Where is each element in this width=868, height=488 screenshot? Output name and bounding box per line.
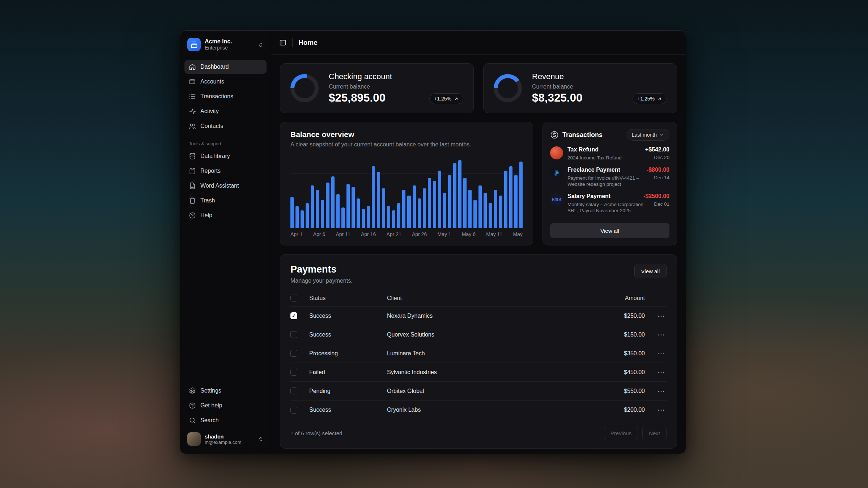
column-header-client: Client — [387, 295, 587, 301]
chart-bar — [352, 187, 355, 228]
chart-bar — [372, 166, 375, 228]
row-checkbox[interactable] — [290, 407, 297, 414]
chart-bar — [407, 196, 410, 228]
sidebar-item-label: Search — [200, 417, 219, 424]
chart-bar — [402, 190, 405, 228]
chart-bar — [382, 188, 385, 228]
transaction-item[interactable]: Tax Refund +$542.00 2024 Income Tax Refu… — [550, 146, 669, 161]
row-checkbox[interactable]: ✓ — [290, 312, 297, 319]
sidebar-item-get-help[interactable]: Get help — [184, 399, 267, 412]
balance-overview-card: Balance overview A clear snapshot of you… — [280, 122, 533, 245]
row-menu-button[interactable]: ⋯ — [645, 406, 667, 414]
table-row[interactable]: Failed Sylvantic Industries $450.00 ⋯ — [290, 363, 667, 382]
pagination: Previous Next — [604, 426, 667, 440]
transactions-filter-dropdown[interactable]: Last month — [627, 129, 669, 141]
row-menu-button[interactable]: ⋯ — [645, 387, 667, 395]
row-status: Success — [309, 407, 387, 413]
topbar: Home — [271, 31, 686, 55]
sidebar-item-trash[interactable]: Trash — [184, 194, 267, 207]
sidebar-item-reports[interactable]: Reports — [184, 164, 267, 178]
user-menu[interactable]: shadcn m@example.com — [184, 429, 267, 449]
transaction-name: Tax Refund — [567, 146, 599, 153]
sidebar-item-word-assistant[interactable]: Word Assistant — [184, 179, 267, 193]
sidebar-item-dashboard[interactable]: Dashboard — [184, 60, 267, 74]
sidebar-item-search[interactable]: Search — [184, 414, 267, 427]
gear-icon — [189, 387, 196, 394]
row-menu-button[interactable]: ⋯ — [645, 330, 667, 339]
content: Checking account Current balance $25,895… — [271, 55, 686, 454]
previous-page-button[interactable]: Previous — [604, 426, 638, 440]
transaction-date: Dec 20 — [654, 155, 669, 161]
sidebar: Acme Inc. Enterprise Dashboard Accounts … — [180, 31, 271, 454]
sidebar-item-settings[interactable]: Settings — [184, 384, 267, 398]
payments-table: Status Client Amount ✓ Success Nexara Dy… — [290, 290, 667, 419]
transaction-amount: -$2500.00 — [643, 193, 669, 200]
chart-bar — [519, 162, 523, 228]
chart-bar — [423, 188, 426, 228]
circle-dollar-icon — [550, 130, 559, 139]
sidebar-item-label: Activity — [200, 108, 219, 115]
org-meta: Acme Inc. Enterprise — [205, 38, 254, 51]
revenue-card: Revenue Current balance $8,325.00 +1.25% — [483, 63, 677, 113]
sidebar-item-label: Reports — [200, 168, 221, 174]
checking-account-card: Checking account Current balance $25,895… — [280, 63, 474, 113]
sidebar-item-transactions[interactable]: Transactions — [184, 90, 267, 103]
sidebar-item-accounts[interactable]: Accounts — [184, 75, 267, 89]
row-checkbox[interactable] — [290, 350, 297, 357]
sidebar-nav: Dashboard Accounts Transactions Activity… — [184, 60, 267, 133]
payments-heading: Payments Manage your payments. — [290, 264, 353, 284]
transactions-view-all-button[interactable]: View all — [550, 223, 669, 238]
row-checkbox[interactable] — [290, 369, 297, 376]
chart-bar — [499, 196, 502, 228]
org-switcher[interactable]: Acme Inc. Enterprise — [184, 36, 267, 53]
transaction-item[interactable]: VISA Salary Payment -$2500.00 Monthly sa… — [550, 193, 669, 214]
row-status: Processing — [309, 350, 387, 357]
row-amount: $450.00 — [587, 369, 645, 376]
transactions-card: Transactions Last month Tax Refund — [542, 122, 677, 245]
row-menu-button[interactable]: ⋯ — [645, 349, 667, 358]
transactions-title: Transactions — [562, 131, 623, 139]
transaction-item[interactable]: Freelance Payment -$800.00 Payment for I… — [550, 167, 669, 188]
sidebar-item-activity[interactable]: Activity — [184, 104, 267, 118]
chart-bar — [326, 183, 329, 228]
stat-value: $8,325.00 — [532, 91, 583, 104]
stat-title: Checking account — [329, 72, 392, 81]
payments-view-all-button[interactable]: View all — [634, 264, 667, 278]
table-row[interactable]: Success Quorvex Solutions $150.00 ⋯ — [290, 325, 667, 344]
sidebar-item-help[interactable]: Help — [184, 209, 267, 222]
sidebar-item-label: Accounts — [200, 78, 224, 85]
row-menu-button[interactable]: ⋯ — [645, 368, 667, 377]
chart-bar — [478, 185, 482, 228]
row-client: Sylvantic Industries — [387, 369, 587, 376]
stat-value: $25,895.00 — [329, 91, 392, 104]
main-area: Home Checking account Current balance $2… — [271, 31, 686, 454]
table-row[interactable]: ✓ Success Nexara Dynamics $250.00 ⋯ — [290, 307, 667, 325]
select-all-checkbox[interactable] — [290, 295, 297, 301]
sidebar-item-data-library[interactable]: Data library — [184, 149, 267, 163]
payments-title: Payments — [290, 264, 353, 275]
transaction-date: Dec 01 — [654, 201, 669, 214]
chart-bar — [321, 200, 324, 228]
filter-value: Last month — [632, 132, 657, 138]
row-checkbox[interactable] — [290, 388, 297, 394]
chart-bar — [494, 190, 497, 228]
row-menu-button[interactable]: ⋯ — [645, 312, 667, 320]
trend-badge: +1.25% — [429, 93, 463, 104]
next-page-button[interactable]: Next — [642, 426, 667, 440]
chart-bar — [509, 166, 512, 228]
x-tick: Apr 1 — [290, 231, 302, 237]
payments-header: Payments Manage your payments. View all — [290, 264, 667, 284]
row-checkbox[interactable] — [290, 331, 297, 338]
sidebar-toggle-icon[interactable] — [279, 39, 286, 46]
sidebar-item-contacts[interactable]: Contacts — [184, 119, 267, 133]
sidebar-item-label: Contacts — [200, 123, 223, 129]
table-row[interactable]: Processing Luminara Tech $350.00 ⋯ — [290, 344, 667, 363]
transactions-header: Transactions Last month — [550, 129, 669, 141]
page-title: Home — [298, 39, 318, 47]
table-row[interactable]: Success Cryonix Labs $200.00 ⋯ — [290, 401, 667, 419]
chart-bar — [377, 172, 380, 228]
visa-logo-icon: VISA — [550, 193, 563, 206]
table-row[interactable]: Pending Orbitex Global $550.00 ⋯ — [290, 382, 667, 401]
row-status: Pending — [309, 388, 387, 394]
transaction-name: Freelance Payment — [567, 167, 620, 173]
